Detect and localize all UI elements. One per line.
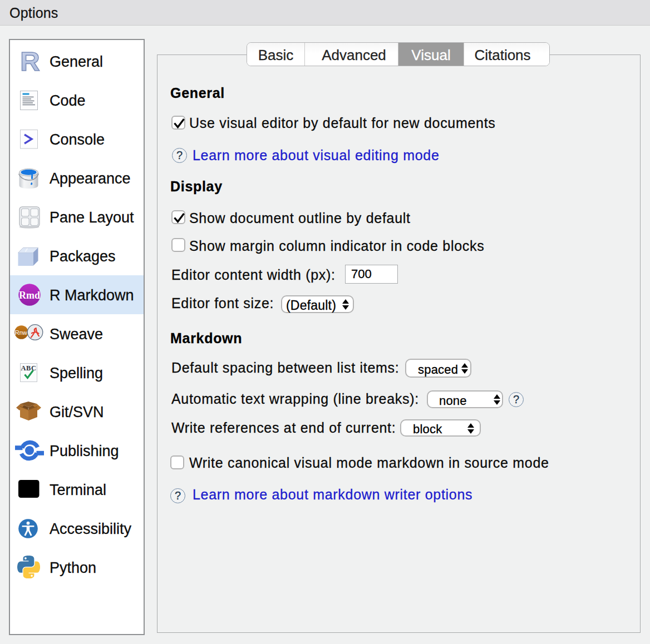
svg-text:Rmd: Rmd: [19, 290, 40, 301]
svg-text:ABC: ABC: [21, 364, 37, 372]
svg-text:Rnw: Rnw: [14, 329, 27, 335]
svg-text:R: R: [20, 50, 40, 72]
